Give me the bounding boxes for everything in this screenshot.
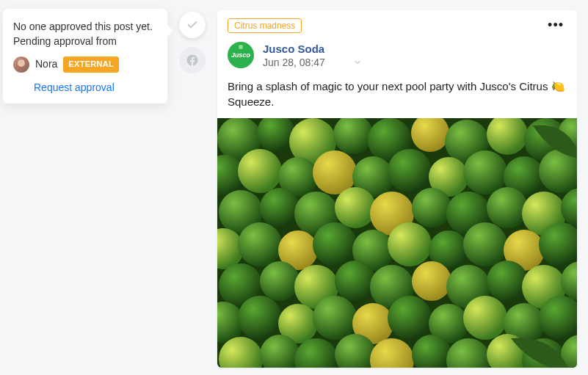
svg-point-24 xyxy=(335,187,376,228)
approval-message-line1: No one approved this post yet. xyxy=(13,21,153,32)
svg-point-18 xyxy=(463,150,507,194)
svg-point-16 xyxy=(388,149,432,193)
post-date: Jun 28, 08:47 xyxy=(263,57,325,68)
platform-button[interactable] xyxy=(179,47,206,73)
svg-point-36 xyxy=(388,222,432,266)
check-icon xyxy=(186,19,198,31)
svg-point-34 xyxy=(313,222,357,266)
svg-point-48 xyxy=(487,261,528,302)
external-badge: EXTERNAL xyxy=(63,57,119,73)
post-body: Bring a splash of magic to your next poo… xyxy=(217,76,577,118)
post-date-row[interactable]: Jun 28, 08:47 xyxy=(263,57,362,68)
approver-row: Nora EXTERNAL xyxy=(13,57,157,73)
svg-point-46 xyxy=(412,261,451,301)
post-meta: Jusco Jusco Soda Jun 28, 08:47 xyxy=(217,37,577,76)
svg-point-54 xyxy=(313,296,357,340)
chevron-down-icon xyxy=(353,58,362,67)
post-body-text-after: Squeeze. xyxy=(228,95,274,108)
brand-logo: Jusco xyxy=(228,42,254,68)
campaign-tag[interactable]: Citrus madness xyxy=(228,18,302,33)
svg-point-56 xyxy=(388,296,432,340)
approval-message: No one approved this post yet. Pending a… xyxy=(13,19,157,49)
svg-point-32 xyxy=(238,222,282,266)
approval-message-line2: Pending approval from xyxy=(13,35,117,47)
svg-point-26 xyxy=(412,188,451,227)
svg-point-58 xyxy=(463,296,507,340)
lemon-emoji: 🍋 xyxy=(551,80,565,92)
approver-name: Nora xyxy=(35,57,57,71)
svg-point-12 xyxy=(238,149,282,193)
post-meta-text: Jusco Soda Jun 28, 08:47 xyxy=(263,43,362,68)
avatar xyxy=(13,57,29,73)
svg-point-22 xyxy=(260,188,300,227)
svg-point-42 xyxy=(260,261,300,301)
more-button[interactable]: ••• xyxy=(545,18,567,33)
svg-point-44 xyxy=(335,261,376,302)
side-actions xyxy=(179,12,206,73)
post-header: Citrus madness ••• xyxy=(217,10,577,37)
post-image xyxy=(217,118,577,368)
account-name[interactable]: Jusco Soda xyxy=(263,43,362,55)
brand-logo-text: Jusco xyxy=(231,51,250,59)
facebook-icon xyxy=(186,54,199,67)
svg-point-28 xyxy=(487,187,528,228)
svg-point-52 xyxy=(238,296,282,340)
post-body-text: Bring a splash of magic to your next poo… xyxy=(228,80,551,92)
post-card: Citrus madness ••• Jusco Jusco Soda Jun … xyxy=(217,10,577,368)
approve-button[interactable] xyxy=(179,12,206,38)
svg-point-38 xyxy=(463,222,507,266)
request-approval-link[interactable]: Request approval xyxy=(34,80,157,95)
approval-popup: No one approved this post yet. Pending a… xyxy=(3,9,167,103)
